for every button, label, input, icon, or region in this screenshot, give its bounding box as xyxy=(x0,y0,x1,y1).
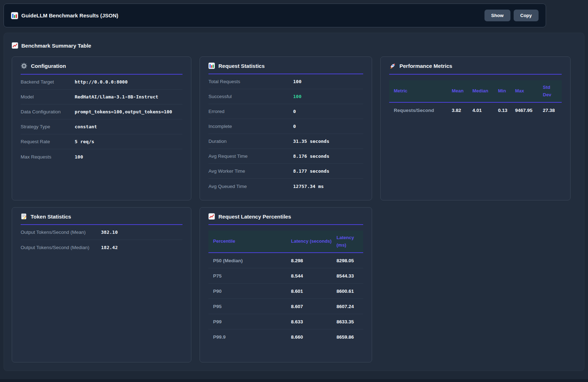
col-metric: Metric xyxy=(389,85,452,97)
latency-table-row: P99.9 8.660 8659.86 xyxy=(208,329,363,345)
performance-table-header: Metric Mean Median Min Max Std Dev xyxy=(389,80,562,103)
percentile-name: P99.9 xyxy=(208,332,291,342)
performance-metrics-card: Performance Metrics Metric Mean Median M… xyxy=(380,57,571,200)
stat-label: Total Requests xyxy=(208,79,293,84)
request-statistics-card-title: Request Statistics xyxy=(208,63,363,74)
percentile-name: P99 xyxy=(208,317,291,327)
config-row: Strategy Type constant xyxy=(21,119,182,134)
gear-icon xyxy=(21,63,27,69)
config-label: Data Configuration xyxy=(21,109,75,114)
stat-row: Avg Worker Time 8.177 seconds xyxy=(208,164,363,179)
app-title: GuideLLM Benchmark Results (JSON) xyxy=(21,12,118,18)
col-latency-ms: Latency (ms) xyxy=(337,232,363,251)
config-value: prompt_tokens=100,output_tokens=100 xyxy=(75,109,172,114)
latency-table-row: P90 8.601 8600.61 xyxy=(208,284,363,299)
latency-table-row: P95 8.607 8607.24 xyxy=(208,299,363,314)
section-title: Benchmark Summary Table xyxy=(21,43,91,49)
config-row: Model RedHatAI/Llama-3.1-8B-Instruct xyxy=(21,90,182,104)
latency-seconds: 8.607 xyxy=(291,302,337,311)
stat-label: Avg Request Time xyxy=(208,154,293,159)
empty-grid-cell xyxy=(380,207,571,362)
config-value: 100 xyxy=(75,154,83,160)
percentile-name: P75 xyxy=(208,271,291,281)
stat-label: Avg Queued Time xyxy=(208,184,293,189)
cards-grid: Configuration Backend Target http://0.0.… xyxy=(12,57,576,362)
col-max: Max xyxy=(515,85,543,97)
stat-label: Avg Worker Time xyxy=(208,168,293,174)
stat-value: 0 xyxy=(293,109,296,114)
latency-ms: 8298.05 xyxy=(337,256,363,265)
latency-table-row: P99 8.633 8633.35 xyxy=(208,314,363,329)
show-button[interactable]: Show xyxy=(484,10,510,21)
stat-value: 8.176 seconds xyxy=(293,154,329,159)
col-median: Median xyxy=(472,85,498,97)
latency-seconds: 8.660 xyxy=(291,332,337,342)
bottom-edge-strip xyxy=(0,379,588,382)
col-latency-seconds: Latency (seconds) xyxy=(291,236,337,247)
bar-chart-icon xyxy=(208,63,215,69)
config-label: Backend Target xyxy=(21,79,75,85)
config-value: RedHatAI/Llama-3.1-8B-Instruct xyxy=(75,94,158,99)
stat-value: 12757.34 ms xyxy=(293,184,324,189)
metric-name: Requests/Second xyxy=(389,106,452,115)
configuration-card: Configuration Backend Target http://0.0.… xyxy=(12,57,191,200)
latency-seconds: 8.298 xyxy=(291,256,337,265)
stat-row: Avg Request Time 8.176 seconds xyxy=(208,149,363,164)
token-row: Output Tokens/Second (Median) 182.42 xyxy=(21,240,182,255)
configuration-card-title: Configuration xyxy=(21,63,182,75)
performance-table-row: Requests/Second 3.82 4.01 0.13 9467.95 2… xyxy=(389,103,562,118)
bar-chart-icon xyxy=(11,12,18,19)
app-title-row: GuideLLM Benchmark Results (JSON) xyxy=(11,12,118,19)
col-min: Min xyxy=(498,85,515,97)
col-mean: Mean xyxy=(452,85,472,97)
latency-seconds: 8.544 xyxy=(291,271,337,281)
performance-metrics-card-title: Performance Metrics xyxy=(389,63,562,75)
metric-std-dev: 27.38 xyxy=(543,106,562,115)
benchmark-summary-section: Benchmark Summary Table xyxy=(4,33,584,371)
header-bar: GuideLLM Benchmark Results (JSON) Show C… xyxy=(4,4,546,27)
config-value: constant xyxy=(75,124,97,129)
token-value: 182.42 xyxy=(101,245,118,250)
stat-value: 31.35 seconds xyxy=(293,139,329,144)
metric-median: 4.01 xyxy=(472,106,498,115)
latency-ms: 8544.33 xyxy=(337,271,363,281)
config-value: 5 req/s xyxy=(75,139,94,144)
stat-label: Incomplete xyxy=(208,124,293,129)
copy-button[interactable]: Copy xyxy=(514,10,539,21)
stat-row: Avg Queued Time 12757.34 ms xyxy=(208,179,363,194)
percentile-name: P50 (Median) xyxy=(208,256,291,265)
latency-percentiles-card-title: Request Latency Percentiles xyxy=(208,213,363,225)
token-value: 382.10 xyxy=(101,230,118,235)
config-row: Data Configuration prompt_tokens=100,out… xyxy=(21,104,182,119)
rocket-icon xyxy=(389,63,396,69)
stat-row: Incomplete 0 xyxy=(208,119,363,134)
percentile-name: P95 xyxy=(208,302,291,311)
latency-ms: 8600.61 xyxy=(337,286,363,296)
col-percentile: Percentile xyxy=(208,236,291,247)
chart-increasing-icon xyxy=(208,213,215,220)
stat-row: Errored 0 xyxy=(208,104,363,119)
stat-row: Successful 100 xyxy=(208,89,363,104)
request-statistics-card: Request Statistics Total Requests 100 Su… xyxy=(200,57,372,200)
token-statistics-card-title: Token Statistics xyxy=(21,213,182,225)
metric-min: 0.13 xyxy=(498,106,515,115)
latency-percentiles-card: Request Latency Percentiles Percentile L… xyxy=(200,207,372,362)
col-std-dev: Std Dev xyxy=(543,82,562,100)
latency-seconds: 8.601 xyxy=(291,286,337,296)
latency-ms: 8659.86 xyxy=(337,332,363,342)
stat-label: Successful xyxy=(208,94,293,99)
stat-value-success: 100 xyxy=(293,94,301,99)
token-label: Output Tokens/Second (Median) xyxy=(21,245,101,250)
memo-icon xyxy=(21,213,27,220)
latency-table-row: P50 (Median) 8.298 8298.05 xyxy=(208,253,363,268)
stat-label: Errored xyxy=(208,109,293,114)
metric-max: 9467.95 xyxy=(515,106,543,115)
chart-increasing-icon xyxy=(12,42,18,49)
latency-ms: 8607.24 xyxy=(337,302,363,311)
stat-label: Duration xyxy=(208,139,293,144)
section-title-row: Benchmark Summary Table xyxy=(12,42,576,49)
stat-value: 0 xyxy=(293,124,296,129)
config-value: http://0.0.0.0:8000 xyxy=(75,79,128,85)
metric-mean: 3.82 xyxy=(452,106,472,115)
stat-row: Total Requests 100 xyxy=(208,74,363,89)
